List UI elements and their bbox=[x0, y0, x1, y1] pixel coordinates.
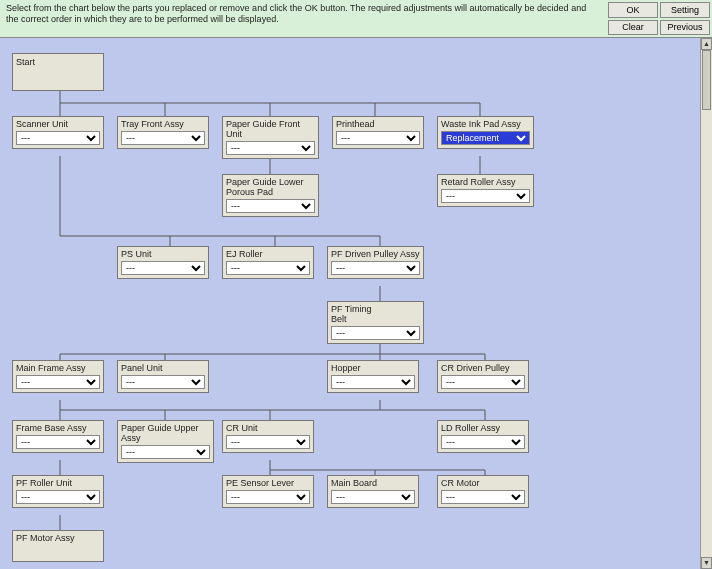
dropdown-pf-roller-unit[interactable]: --- bbox=[16, 490, 100, 504]
instruction-text: Select from the chart below the parts yo… bbox=[0, 0, 606, 37]
node-label: PS Unit bbox=[121, 249, 205, 259]
previous-button[interactable]: Previous bbox=[660, 20, 710, 36]
dropdown-retard-roller[interactable]: --- bbox=[441, 189, 530, 203]
node-paper-guide-upper: Paper Guide Upper Assy --- bbox=[117, 420, 214, 463]
dropdown-waste-ink-pad[interactable]: Replacement bbox=[441, 131, 530, 145]
scroll-down-icon[interactable]: ▼ bbox=[701, 557, 712, 569]
node-label: PE Sensor Lever bbox=[226, 478, 310, 488]
node-label: Hopper bbox=[331, 363, 415, 373]
vertical-scrollbar[interactable]: ▲ ▼ bbox=[700, 38, 712, 569]
node-frame-base: Frame Base Assy --- bbox=[12, 420, 104, 453]
dropdown-ps-unit[interactable]: --- bbox=[121, 261, 205, 275]
dropdown-main-frame[interactable]: --- bbox=[16, 375, 100, 389]
node-label: Paper Guide Upper Assy bbox=[121, 423, 210, 443]
node-label: Start bbox=[16, 56, 100, 67]
node-pf-driven-pulley: PF Driven Pulley Assy --- bbox=[327, 246, 424, 279]
node-label: Tray Front Assy bbox=[121, 119, 205, 129]
dropdown-main-board[interactable]: --- bbox=[331, 490, 415, 504]
dropdown-paper-guide-front[interactable]: --- bbox=[226, 141, 315, 155]
node-label: CR Unit bbox=[226, 423, 310, 433]
flowchart-canvas: Start Scanner Unit --- Tray Front Assy -… bbox=[0, 38, 712, 569]
node-ej-roller: EJ Roller --- bbox=[222, 246, 314, 279]
node-cr-motor: CR Motor --- bbox=[437, 475, 529, 508]
clear-button[interactable]: Clear bbox=[608, 20, 658, 36]
node-main-frame: Main Frame Assy --- bbox=[12, 360, 104, 393]
node-label: Frame Base Assy bbox=[16, 423, 100, 433]
dropdown-tray-front[interactable]: --- bbox=[121, 131, 205, 145]
dropdown-ej-roller[interactable]: --- bbox=[226, 261, 310, 275]
node-label: CR Motor bbox=[441, 478, 525, 488]
node-hopper: Hopper --- bbox=[327, 360, 419, 393]
node-pf-timing-belt: PF Timing Belt --- bbox=[327, 301, 424, 344]
node-label: Scanner Unit bbox=[16, 119, 100, 129]
node-label: Printhead bbox=[336, 119, 420, 129]
ok-button[interactable]: OK bbox=[608, 2, 658, 18]
node-label: CR Driven Pulley bbox=[441, 363, 525, 373]
dropdown-cr-driven-pulley[interactable]: --- bbox=[441, 375, 525, 389]
node-label: Paper Guide Front Unit bbox=[226, 119, 315, 139]
node-pf-motor: PF Motor Assy bbox=[12, 530, 104, 562]
dropdown-printhead[interactable]: --- bbox=[336, 131, 420, 145]
node-paper-guide-front: Paper Guide Front Unit --- bbox=[222, 116, 319, 159]
dropdown-scanner-unit[interactable]: --- bbox=[16, 131, 100, 145]
node-label: Waste Ink Pad Assy bbox=[441, 119, 530, 129]
node-retard-roller: Retard Roller Assy --- bbox=[437, 174, 534, 207]
top-instruction-bar: Select from the chart below the parts yo… bbox=[0, 0, 712, 38]
node-ps-unit: PS Unit --- bbox=[117, 246, 209, 279]
top-buttons: OK Setting Clear Previous bbox=[606, 0, 712, 37]
dropdown-frame-base[interactable]: --- bbox=[16, 435, 100, 449]
node-panel-unit: Panel Unit --- bbox=[117, 360, 209, 393]
node-pf-roller-unit: PF Roller Unit --- bbox=[12, 475, 104, 508]
dropdown-pe-sensor-lever[interactable]: --- bbox=[226, 490, 310, 504]
node-pe-sensor-lever: PE Sensor Lever --- bbox=[222, 475, 314, 508]
setting-button[interactable]: Setting bbox=[660, 2, 710, 18]
node-label: PF Motor Assy bbox=[16, 533, 100, 543]
node-paper-guide-lower: Paper Guide Lower Porous Pad --- bbox=[222, 174, 319, 217]
node-waste-ink-pad: Waste Ink Pad Assy Replacement bbox=[437, 116, 534, 149]
scroll-up-icon[interactable]: ▲ bbox=[701, 38, 712, 50]
dropdown-cr-motor[interactable]: --- bbox=[441, 490, 525, 504]
node-tray-front: Tray Front Assy --- bbox=[117, 116, 209, 149]
node-label: LD Roller Assy bbox=[441, 423, 525, 433]
dropdown-ld-roller[interactable]: --- bbox=[441, 435, 525, 449]
node-cr-unit: CR Unit --- bbox=[222, 420, 314, 453]
node-label: Main Board bbox=[331, 478, 415, 488]
node-ld-roller: LD Roller Assy --- bbox=[437, 420, 529, 453]
node-label: Panel Unit bbox=[121, 363, 205, 373]
node-main-board: Main Board --- bbox=[327, 475, 419, 508]
scroll-thumb[interactable] bbox=[702, 50, 711, 110]
node-label: Paper Guide Lower Porous Pad bbox=[226, 177, 315, 197]
dropdown-paper-guide-lower[interactable]: --- bbox=[226, 199, 315, 213]
node-printhead: Printhead --- bbox=[332, 116, 424, 149]
dropdown-panel-unit[interactable]: --- bbox=[121, 375, 205, 389]
node-start: Start bbox=[12, 53, 104, 91]
node-label: Retard Roller Assy bbox=[441, 177, 530, 187]
dropdown-pf-driven-pulley[interactable]: --- bbox=[331, 261, 420, 275]
node-label: PF Driven Pulley Assy bbox=[331, 249, 420, 259]
node-label: EJ Roller bbox=[226, 249, 310, 259]
node-label: Main Frame Assy bbox=[16, 363, 100, 373]
node-label: PF Timing Belt bbox=[331, 304, 420, 324]
node-scanner-unit: Scanner Unit --- bbox=[12, 116, 104, 149]
dropdown-pf-timing-belt[interactable]: --- bbox=[331, 326, 420, 340]
dropdown-hopper[interactable]: --- bbox=[331, 375, 415, 389]
node-label: PF Roller Unit bbox=[16, 478, 100, 488]
dropdown-paper-guide-upper[interactable]: --- bbox=[121, 445, 210, 459]
node-cr-driven-pulley: CR Driven Pulley --- bbox=[437, 360, 529, 393]
dropdown-cr-unit[interactable]: --- bbox=[226, 435, 310, 449]
